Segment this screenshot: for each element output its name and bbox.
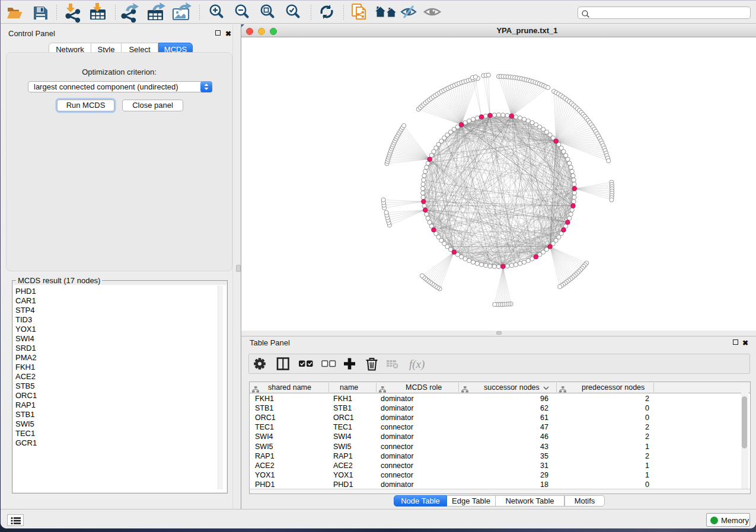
svg-text:f(x): f(x) [409,358,425,371]
